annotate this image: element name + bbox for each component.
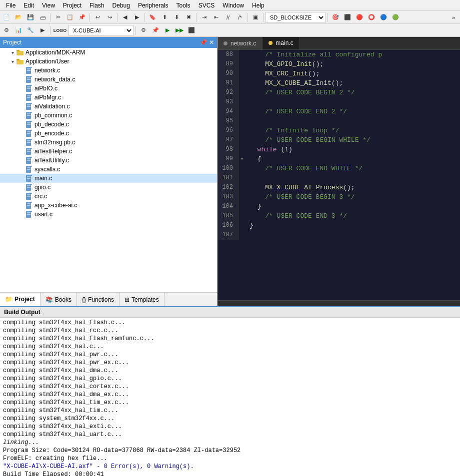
close-icon[interactable]: ✕ [209, 39, 214, 46]
logo-btn[interactable]: LOGO [52, 25, 68, 36]
tree-item[interactable]: app_x-cube-ai.c [0, 201, 217, 210]
cut-btn[interactable]: ✂ [52, 12, 64, 23]
menu-edit[interactable]: Edit [20, 1, 38, 10]
undo-btn[interactable]: ↩ [92, 12, 103, 23]
nav-back-btn[interactable]: ◀ [120, 12, 130, 23]
new-btn[interactable]: 📄 [1, 12, 12, 23]
tree-item[interactable]: aiTestUtility.c [0, 156, 217, 165]
menu-file[interactable]: File [2, 1, 20, 10]
network-tab-dot [224, 41, 228, 45]
file-icon [25, 210, 33, 218]
menu-project[interactable]: Project [59, 1, 86, 10]
pin-btn[interactable]: 📌 [150, 25, 161, 36]
target-btn4[interactable]: ⭕ [366, 12, 377, 23]
uncomment-btn[interactable]: /* [234, 12, 246, 23]
target-btn6[interactable]: 🟢 [390, 12, 401, 23]
indent-btn[interactable]: ⇥ [198, 12, 210, 23]
bottom-tabs: 📁 Project 📚 Books {} Functions ⊞ Templat… [0, 292, 217, 306]
save-btn[interactable]: 💾 [25, 12, 36, 23]
menu-debug[interactable]: Debug [108, 1, 134, 10]
tree-item[interactable]: syscalls.c [0, 165, 217, 174]
tab-books[interactable]: 📚 Books [40, 293, 77, 306]
tree-item[interactable]: pb_common.c [0, 111, 217, 120]
tree-item[interactable]: usart.c [0, 210, 217, 219]
redo-btn[interactable]: ↪ [104, 12, 115, 23]
tab-functions[interactable]: {} Functions [77, 293, 120, 306]
tree-item[interactable]: network.c [0, 66, 217, 75]
tree-item-label: aiPbMgr.c [34, 94, 61, 101]
menu-view[interactable]: View [38, 1, 59, 10]
copy-btn[interactable]: 📋 [64, 12, 76, 23]
books-tab-label: Books [55, 296, 72, 303]
tab-main-c[interactable]: main.c [262, 37, 300, 49]
tree-item[interactable]: ▾Application/User [0, 57, 217, 66]
menu-flash[interactable]: Flash [86, 1, 108, 10]
tb2-btn2[interactable]: 📊 [13, 25, 24, 36]
target-btn2[interactable]: ⬛ [342, 12, 353, 23]
tree-item[interactable]: pb_encode.c [0, 129, 217, 138]
tree-item[interactable]: main.c [0, 174, 217, 183]
line-number: 106 [218, 221, 238, 230]
tree-item[interactable]: aiPbIO.c [0, 84, 217, 93]
unindent-btn[interactable]: ⇤ [210, 12, 222, 23]
editor-hscroll[interactable] [218, 300, 460, 306]
build-line: compiling stm32f4xx_hal_cortex.c... [3, 383, 457, 391]
menu-window[interactable]: Window [218, 1, 248, 10]
comment-btn[interactable]: // [222, 12, 234, 23]
tb-icon-a[interactable]: ▣ [250, 12, 261, 23]
build-line: compiling stm32f4xx_hal_rcc.c... [3, 327, 457, 335]
stop-btn[interactable]: ⬛ [186, 25, 197, 36]
tree-item[interactable]: aiTestHelper.c [0, 147, 217, 156]
tree-item-label: crc.c [34, 193, 47, 200]
clr-bookmark-btn[interactable]: ✖ [183, 12, 194, 23]
menu-tools[interactable]: Tools [172, 1, 194, 10]
line-number: 98 [218, 145, 238, 154]
tb2-btn1[interactable]: ⚙ [1, 25, 12, 36]
run-btn[interactable]: ▶ [162, 25, 173, 36]
symbol-dropdown[interactable]: SD_BLOCKSIZE [266, 12, 326, 23]
run2-btn[interactable]: ▶▶ [174, 25, 185, 36]
bookmark-btn[interactable]: 🔖 [147, 12, 158, 23]
tree-item[interactable]: network_data.c [0, 75, 217, 84]
paste-btn[interactable]: 📌 [76, 12, 88, 23]
more-btn[interactable]: » [448, 12, 459, 23]
tree-item[interactable]: pb_decode.c [0, 120, 217, 129]
menu-svcs[interactable]: SVCS [194, 1, 219, 10]
settings-btn[interactable]: ⚙ [138, 25, 149, 36]
save-all-btn[interactable]: 🗃 [37, 12, 48, 23]
collapse-arrow[interactable]: ▾ [238, 154, 246, 164]
tab-templates[interactable]: ⊞ Templates [120, 293, 164, 306]
collapse-arrow [238, 135, 246, 145]
build-line: compiling stm32f4xx_hal_dma_ex.c... [3, 391, 457, 399]
tab-project[interactable]: 📁 Project [0, 293, 40, 306]
line-number: 104 [218, 202, 238, 211]
tree-item-label: aiPbIO.c [34, 85, 58, 92]
target-btn3[interactable]: 🔴 [354, 12, 365, 23]
menu-peripherals[interactable]: Peripherals [134, 1, 172, 10]
sep5 [196, 13, 196, 22]
tab-network-c[interactable]: network.c [218, 37, 262, 49]
tree-item[interactable]: aiValidation.c [0, 102, 217, 111]
tree-item[interactable]: ▾Application/MDK-ARM [0, 48, 217, 57]
target-btn1[interactable]: 🎯 [330, 12, 341, 23]
project-dropdown[interactable]: X-CUBE-AI [68, 25, 134, 36]
tree-item[interactable]: stm32msg.pb.c [0, 138, 217, 147]
tree-item[interactable]: gpio.c [0, 183, 217, 192]
tb2-btn3[interactable]: 🔧 [25, 25, 36, 36]
file-icon [25, 75, 33, 83]
nav-forward-btn[interactable]: ▶ [132, 12, 142, 23]
menu-help[interactable]: Help [248, 1, 268, 10]
build-output-panel: Build Output compiling stm32f4xx_hal_fla… [0, 306, 460, 476]
build-line: compiling stm32f4xx_hal_tim_ex.c... [3, 399, 457, 407]
tree-item[interactable]: crc.c [0, 192, 217, 201]
tree-item-label: pb_encode.c [34, 130, 69, 137]
svg-marker-41 [31, 148, 32, 149]
prev-bookmark-btn[interactable]: ⬆ [159, 12, 170, 23]
tree-item-label: pb_decode.c [34, 121, 69, 128]
tree-item[interactable]: aiPbMgr.c [0, 93, 217, 102]
tb2-btn4[interactable]: ▶ [37, 25, 48, 36]
next-bookmark-btn[interactable]: ⬇ [171, 12, 182, 23]
pin-icon[interactable]: 📌 [200, 39, 207, 46]
open-btn[interactable]: 📂 [13, 12, 24, 23]
target-btn5[interactable]: 🔵 [378, 12, 389, 23]
